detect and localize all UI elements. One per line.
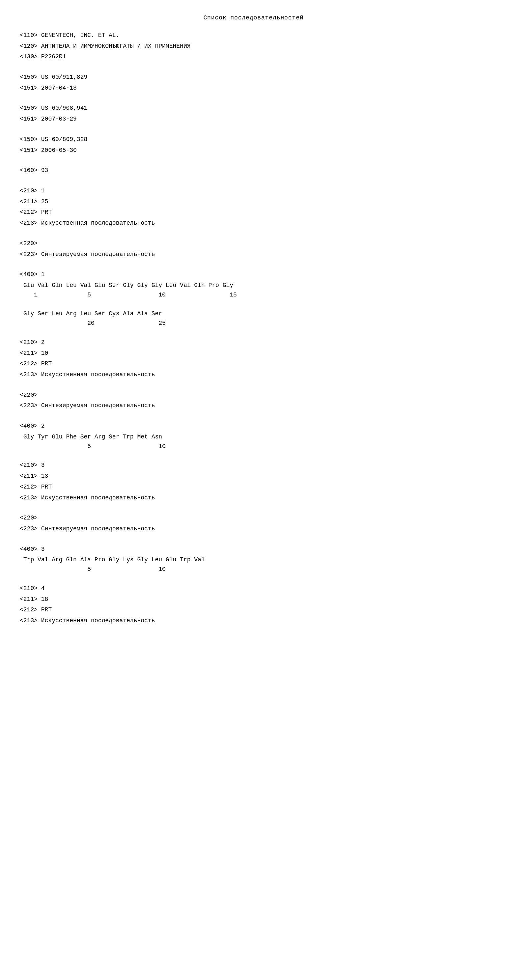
field-400: <400> 1 <box>20 270 487 279</box>
blank-line <box>20 229 487 239</box>
blank-line <box>20 504 487 513</box>
blank-line <box>20 260 487 270</box>
field-400: <400> 2 <box>20 421 487 431</box>
field-213: <213> Искусственная последовательность <box>20 616 487 625</box>
field-120: <120> АНТИТЕЛА И ИММУНОКОНЪЮГАТЫ И ИХ ПР… <box>20 41 487 51</box>
blank-line <box>20 63 487 72</box>
field-110: <110> GENENTECH, INC. ET AL. <box>20 31 487 40</box>
page-title: Список последовательностей <box>20 13 487 23</box>
blank-line <box>20 412 487 421</box>
field-212: <212> PRT <box>20 605 487 615</box>
field-130: <130> P2262R1 <box>20 52 487 62</box>
field-160: <160> 93 <box>20 166 487 175</box>
blank-line <box>20 328 487 338</box>
blank-line <box>20 451 487 461</box>
blank-line <box>20 125 487 135</box>
field-220: <220> <box>20 390 487 400</box>
field-212: <212> PRT <box>20 359 487 369</box>
field-212: <212> PRT <box>20 208 487 217</box>
content-area: <110> GENENTECH, INC. ET AL.<120> АНТИТЕ… <box>20 31 487 625</box>
field-150: <150> US 60/809,328 <box>20 135 487 144</box>
field-150: <150> US 60/911,829 <box>20 72 487 82</box>
blank-line <box>20 177 487 186</box>
sequence-line: Gly Tyr Glu Phe Ser Arg Ser Trp Met Asn <box>20 432 487 442</box>
blank-line <box>20 535 487 544</box>
field-213: <213> Искусственная последовательность <box>20 218 487 228</box>
field-151: <151> 2007-04-13 <box>20 83 487 93</box>
field-151: <151> 2007-03-29 <box>20 114 487 124</box>
field-223: <223> Синтезируемая последовательность <box>20 250 487 259</box>
blank-line <box>20 156 487 166</box>
numbers-line: 20 25 <box>20 318 487 328</box>
field-210: <210> 1 <box>20 186 487 196</box>
numbers-line: 1 5 10 15 <box>20 290 487 300</box>
field-211: <211> 10 <box>20 348 487 358</box>
blank-line <box>20 300 487 309</box>
field-220: <220> <box>20 513 487 523</box>
field-210: <210> 2 <box>20 338 487 347</box>
field-210: <210> 3 <box>20 461 487 470</box>
blank-line <box>20 94 487 104</box>
sequence-line: Glu Val Gln Leu Val Glu Ser Gly Gly Gly … <box>20 281 487 290</box>
field-400: <400> 3 <box>20 544 487 554</box>
field-150: <150> US 60/908,941 <box>20 103 487 113</box>
blank-line <box>20 381 487 390</box>
sequence-line: Trp Val Arg Gln Ala Pro Gly Lys Gly Leu … <box>20 555 487 565</box>
field-213: <213> Искусственная последовательность <box>20 493 487 503</box>
numbers-line: 5 10 <box>20 565 487 574</box>
field-223: <223> Синтезируемая последовательность <box>20 524 487 534</box>
field-210: <210> 4 <box>20 584 487 593</box>
sequence-line: Gly Ser Leu Arg Leu Ser Cys Ala Ala Ser <box>20 309 487 318</box>
field-213: <213> Искусственная последовательность <box>20 370 487 379</box>
field-223: <223> Синтезируемая последовательность <box>20 401 487 410</box>
numbers-line: 5 10 <box>20 442 487 451</box>
field-212: <212> PRT <box>20 482 487 492</box>
field-220: <220> <box>20 239 487 248</box>
field-151: <151> 2006-05-30 <box>20 146 487 155</box>
blank-line <box>20 574 487 584</box>
field-211: <211> 13 <box>20 471 487 481</box>
field-211: <211> 18 <box>20 595 487 604</box>
field-211: <211> 25 <box>20 197 487 207</box>
